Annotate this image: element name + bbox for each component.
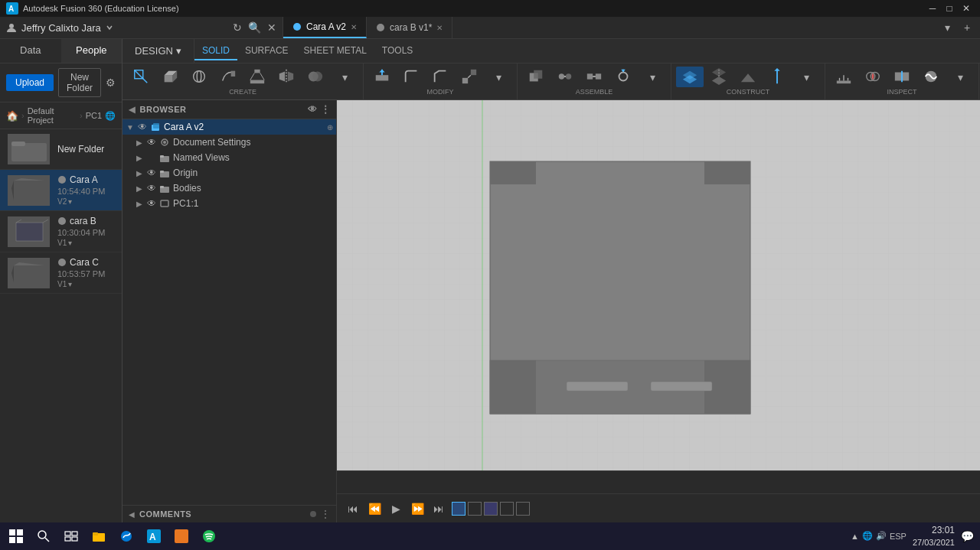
inspect-dropdown[interactable]: ▾ xyxy=(946,70,974,85)
network-icon[interactable]: 🌐 xyxy=(862,531,873,541)
play-button[interactable]: ▶ xyxy=(387,500,404,517)
shape-button-2[interactable] xyxy=(468,502,482,516)
list-item[interactable]: New Folder xyxy=(0,129,122,170)
browser-menu-icon[interactable]: ⋮ xyxy=(321,104,331,115)
fillet-tool[interactable] xyxy=(397,67,425,87)
last-frame-button[interactable]: ⏭ xyxy=(430,500,447,517)
tree-item-named-views[interactable]: ▶ 👁 Named Views xyxy=(122,150,336,165)
interference-tool[interactable] xyxy=(859,67,887,87)
chevron-down-icon[interactable] xyxy=(106,24,113,31)
doc-tab-cara-a-v2[interactable]: Cara A v2 ✕ xyxy=(283,17,367,38)
shape-button-3[interactable] xyxy=(484,502,498,516)
viewport[interactable]: TOP LEFT FRONT FRONT ▾ xyxy=(337,100,980,493)
list-item[interactable]: cara B 10:30:04 PM V1 ▾ xyxy=(0,211,122,252)
close-button[interactable]: ✕ xyxy=(959,1,974,16)
tree-item-origin[interactable]: ▶ 👁 Origin xyxy=(122,165,336,181)
mirror-tool[interactable] xyxy=(273,67,300,87)
doc-tab-cara-b-v1[interactable]: cara B v1* ✕ xyxy=(367,17,452,38)
tree-eye[interactable]: 👁 xyxy=(138,122,147,132)
comments-collapse[interactable]: ◀ xyxy=(129,510,135,519)
breadcrumb-folder[interactable]: PC1 xyxy=(86,111,102,120)
search-icon[interactable]: 🔍 xyxy=(248,21,261,34)
zebra-analysis-tool[interactable] xyxy=(917,67,945,87)
tab-sheet-metal[interactable]: SHEET METAL xyxy=(296,42,374,60)
tree-eye[interactable]: 👁 xyxy=(147,198,156,209)
expand-icon[interactable]: ▶ xyxy=(135,154,144,162)
shape-button-4[interactable] xyxy=(500,502,514,516)
taskbar-clock[interactable]: 23:01 27/03/2021 xyxy=(913,525,955,548)
people-tab[interactable]: People xyxy=(61,39,122,63)
shape-button-5[interactable] xyxy=(516,502,530,516)
tab-down-arrow[interactable]: ▾ xyxy=(939,19,956,36)
new-component-tool[interactable] xyxy=(522,67,550,87)
plane-angle-tool[interactable] xyxy=(734,67,762,87)
combine-tool[interactable] xyxy=(302,67,329,87)
shape-button-1[interactable] xyxy=(452,502,466,516)
revolve-tool[interactable] xyxy=(185,67,213,87)
assemble-dropdown[interactable]: ▾ xyxy=(639,70,666,85)
minimize-button[interactable]: ─ xyxy=(925,1,940,16)
modify-dropdown[interactable]: ▾ xyxy=(485,70,512,85)
axis-tool[interactable] xyxy=(763,67,791,87)
tree-item-root[interactable]: ▼ 👁 Cara A v2 ⊕ xyxy=(122,119,336,135)
browser-visibility-icon[interactable]: 👁 xyxy=(308,104,318,115)
spotify-button[interactable] xyxy=(196,526,222,546)
tab-surface[interactable]: SURFACE xyxy=(237,42,296,60)
browser-taskbar-button[interactable] xyxy=(113,526,139,546)
tree-item-target[interactable]: ⊕ xyxy=(327,123,333,132)
expand-icon[interactable]: ▶ xyxy=(135,169,144,177)
world-icon[interactable]: 🌐 xyxy=(105,111,116,121)
search-taskbar-button[interactable] xyxy=(31,526,57,546)
tab-tools[interactable]: TOOLS xyxy=(374,42,420,60)
measure-tool[interactable] xyxy=(830,67,858,87)
next-frame-button[interactable]: ⏩ xyxy=(409,500,426,517)
maximize-button[interactable]: □ xyxy=(942,1,957,16)
list-item[interactable]: Cara C 10:53:57 PM V1 ▾ xyxy=(0,252,122,294)
refresh-icon[interactable]: ↻ xyxy=(233,21,242,34)
file-version[interactable]: V2 ▾ xyxy=(57,197,114,206)
tree-eye[interactable]: 👁 xyxy=(147,183,156,194)
file-version[interactable]: V1 ▾ xyxy=(57,280,114,288)
joint-tool[interactable] xyxy=(551,67,579,87)
new-folder-button[interactable]: New Folder xyxy=(58,68,101,97)
browser-collapse-arrow[interactable]: ◀ xyxy=(129,105,136,115)
tree-item-pc1[interactable]: ▶ 👁 PC1:1 xyxy=(122,196,336,211)
chamfer-tool[interactable] xyxy=(426,67,454,87)
section-analysis-tool[interactable] xyxy=(888,67,916,87)
first-frame-button[interactable]: ⏮ xyxy=(345,500,361,517)
press-pull-tool[interactable] xyxy=(368,67,396,87)
file-explorer-taskbar-button[interactable] xyxy=(86,526,112,546)
data-tab[interactable]: Data xyxy=(0,39,61,63)
file-version[interactable]: V1 ▾ xyxy=(57,239,114,247)
tree-eye[interactable]: 👁 xyxy=(147,137,156,148)
tree-item-bodies[interactable]: ▶ 👁 Bodies xyxy=(122,181,336,196)
prev-frame-button[interactable]: ⏪ xyxy=(366,500,383,517)
language-indicator[interactable]: ESP xyxy=(890,532,906,541)
midplane-tool[interactable] xyxy=(705,67,733,87)
tree-item-doc-settings[interactable]: ▶ 👁 Document Settings xyxy=(122,135,336,150)
sketch-tool[interactable] xyxy=(127,67,155,87)
sweep-tool[interactable] xyxy=(214,67,242,87)
drive-joints-tool[interactable] xyxy=(609,67,637,87)
expand-icon[interactable]: ▶ xyxy=(135,184,144,193)
notification-center-icon[interactable]: 💬 xyxy=(961,530,974,542)
create-dropdown[interactable]: ▾ xyxy=(331,70,358,85)
list-item[interactable]: Cara A 10:54:40 PM V2 ▾ xyxy=(0,170,122,211)
comments-more[interactable]: ⋮ xyxy=(321,509,330,519)
tab-add-button[interactable]: + xyxy=(959,19,975,36)
expand-icon[interactable]: ▼ xyxy=(126,123,135,132)
doc-tab-close-cara-a[interactable]: ✕ xyxy=(351,23,357,31)
loft-tool[interactable] xyxy=(243,67,271,87)
tray-up-arrow[interactable]: ▲ xyxy=(851,532,859,541)
expand-icon[interactable]: ▶ xyxy=(135,200,144,208)
volume-icon[interactable]: 🔊 xyxy=(876,531,887,541)
autodesk-taskbar-button[interactable]: A xyxy=(141,526,167,546)
doc-tab-close-cara-b[interactable]: ✕ xyxy=(436,24,443,32)
offset-plane-tool[interactable] xyxy=(676,67,704,87)
expand-icon[interactable]: ▶ xyxy=(135,138,144,147)
tree-eye[interactable]: 👁 xyxy=(147,168,156,178)
task-view-button[interactable] xyxy=(58,526,84,546)
close-panel-icon[interactable]: ✕ xyxy=(267,21,276,34)
home-icon[interactable]: 🏠 xyxy=(6,110,18,122)
extrude-tool[interactable] xyxy=(156,67,184,87)
